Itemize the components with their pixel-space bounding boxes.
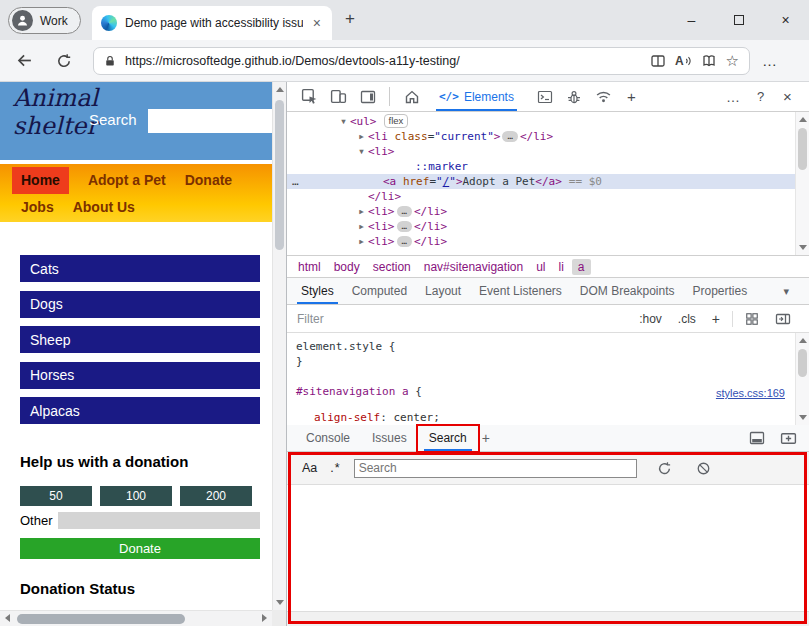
dom-node-li-open[interactable]: ▼<li> [287,144,809,159]
vertical-scroll-thumb[interactable] [275,100,284,250]
flex-badge[interactable]: flex [384,114,409,128]
network-wifi-icon[interactable] [589,88,618,105]
dom-node-anchor-selected[interactable]: …<a href="/">Adopt a Pet</a>== $0 [287,174,809,189]
category-button-sheep[interactable]: Sheep [20,326,260,353]
profile-button[interactable]: Work [8,7,81,34]
devtools-close-icon[interactable]: × [774,88,801,105]
nav-link-jobs[interactable]: Jobs [21,194,54,221]
tab-console[interactable]: Console [295,425,361,451]
breadcrumb-nav[interactable]: nav#sitenavigation [424,260,523,274]
split-screen-icon[interactable] [650,53,666,69]
category-button-horses[interactable]: Horses [20,362,260,389]
inspect-icon[interactable] [295,88,324,105]
new-tab-button[interactable]: + [345,9,355,29]
dom-node-ul[interactable]: ▼<ul>flex [287,114,809,129]
tab-computed[interactable]: Computed [343,278,416,304]
address-bar[interactable]: https://microsoftedge.github.io/Demos/de… [93,47,750,75]
expand-arrow-icon[interactable]: ▼ [337,114,350,129]
nav-link-home[interactable]: Home [12,167,69,194]
nav-link-about[interactable]: About Us [73,194,135,221]
dom-node-li-close[interactable]: </li> [287,189,809,204]
tab-dom-breakpoints[interactable]: DOM Breakpoints [571,278,684,304]
styles-scroll-thumb[interactable] [798,349,807,377]
minimize-button[interactable]: – [668,0,715,40]
scroll-up-icon[interactable] [799,338,807,343]
breadcrumb-ul[interactable]: ul [536,260,545,274]
breadcrumb-html[interactable]: html [298,260,321,274]
breadcrumb-a-selected[interactable]: a [572,259,591,275]
category-button-alpacas[interactable]: Alpacas [20,397,260,424]
new-style-rule-icon[interactable]: + [712,311,720,327]
scroll-left-icon[interactable] [5,614,10,622]
dom-node-li-collapsed[interactable]: ▶<li>…</li> [287,204,809,219]
site-search-input[interactable] [148,109,272,133]
expand-ellipsis-icon[interactable]: … [502,131,517,142]
dom-node-li-current[interactable]: ▶<li class="current">…</li> [287,129,809,144]
tab-close-icon[interactable]: × [311,15,323,31]
category-button-dogs[interactable]: Dogs [20,291,260,318]
tab-elements[interactable]: </> Elements [430,82,523,111]
styles-filter-input[interactable] [297,312,631,326]
category-button-cats[interactable]: Cats [20,255,260,282]
expand-ellipsis-icon[interactable]: … [397,221,412,232]
stylesheet-link[interactable]: styles.css:169 [716,386,785,401]
breadcrumb-li[interactable]: li [558,260,563,274]
collapse-arrow-icon[interactable]: ▶ [355,204,368,219]
pseudo-state-toggle[interactable]: :hov [639,312,662,326]
page-horizontal-scrollbar[interactable] [0,610,272,626]
back-icon[interactable] [16,52,33,69]
amount-button-200[interactable]: 200 [180,486,252,506]
dom-node-marker[interactable]: ::marker [287,159,809,174]
device-emulation-icon[interactable] [324,88,353,105]
dock-drawer-icon[interactable] [749,430,765,446]
donate-button[interactable]: Donate [20,538,260,559]
expand-arrow-icon[interactable]: ▼ [355,144,368,159]
welcome-home-icon[interactable] [397,89,426,105]
collapse-arrow-icon[interactable]: ▶ [355,219,368,234]
amount-button-100[interactable]: 100 [100,486,172,506]
devtools-search-input[interactable] [354,459,637,478]
search-results-area[interactable] [287,485,809,611]
tab-styles[interactable]: Styles [292,278,343,304]
dom-node-li-collapsed[interactable]: ▶<li>…</li> [287,219,809,234]
console-panel-icon[interactable] [531,89,560,105]
nav-link-donate[interactable]: Donate [185,167,232,194]
devtools-more-icon[interactable]: … [720,89,747,105]
tab-properties[interactable]: Properties [684,278,757,304]
computed-sidebar-toggle-icon[interactable] [775,311,791,327]
horizontal-scroll-thumb[interactable] [17,614,185,624]
scroll-down-icon[interactable] [799,415,807,420]
dom-scrollbar[interactable] [795,112,809,255]
css-declaration[interactable]: align-self: center; [296,410,809,425]
maximize-button[interactable] [715,0,762,40]
close-window-button[interactable]: × [762,0,809,40]
tab-layout[interactable]: Layout [416,278,470,304]
regex-toggle[interactable]: .* [330,461,340,475]
breadcrumb-body[interactable]: body [334,260,360,274]
scroll-down-icon[interactable] [276,600,284,605]
collapse-arrow-icon[interactable]: ▶ [355,129,368,144]
element-style-rule[interactable]: element.style { [296,339,809,354]
dom-node-li-collapsed[interactable]: ▶<li>…</li> [287,234,809,249]
devtools-help-icon[interactable]: ? [747,89,774,104]
url-text[interactable]: https://microsoftedge.github.io/Demos/de… [125,54,641,68]
expand-ellipsis-icon[interactable]: … [397,236,412,247]
other-amount-input[interactable] [58,512,260,529]
debugger-bug-icon[interactable] [560,89,589,105]
tab-search[interactable]: Search [418,425,478,451]
collapse-arrow-icon[interactable]: ▶ [355,234,368,249]
scroll-up-icon[interactable] [276,87,284,92]
search-refresh-icon[interactable] [657,461,672,476]
settings-more-icon[interactable]: … [762,52,778,69]
amount-button-50[interactable]: 50 [20,486,92,506]
tab-issues[interactable]: Issues [361,425,418,451]
grid-settings-icon[interactable] [745,312,759,326]
nav-link-adopt[interactable]: Adopt a Pet [88,167,166,194]
match-case-toggle[interactable]: Aa [302,461,317,475]
read-aloud-icon[interactable]: A [675,54,692,68]
tab-event-listeners[interactable]: Event Listeners [470,278,571,304]
breadcrumb-section[interactable]: section [373,260,411,274]
node-menu-icon[interactable]: … [292,174,300,189]
browser-essentials-icon[interactable] [701,53,717,69]
styles-scrollbar[interactable] [795,333,809,425]
